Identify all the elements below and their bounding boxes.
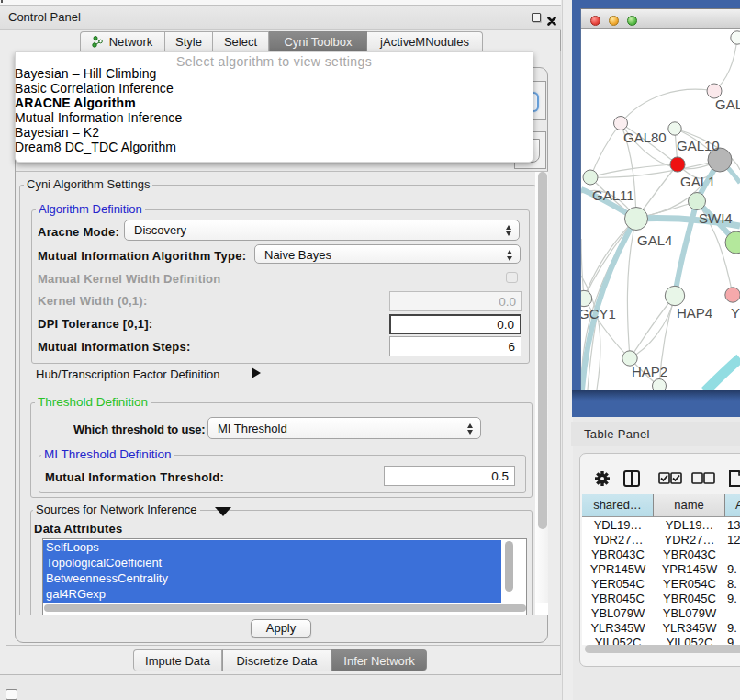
svg-text:GAL: GAL (715, 96, 740, 112)
svg-text:GAL10: GAL10 (677, 138, 720, 153)
svg-text:GAL4: GAL4 (637, 232, 672, 248)
svg-text:SWI4: SWI4 (699, 210, 733, 226)
svg-text:Y: Y (731, 305, 740, 321)
svg-text:HAP2: HAP2 (632, 364, 667, 379)
svg-text:HAP4: HAP4 (677, 305, 712, 321)
svg-text:GAL80: GAL80 (623, 130, 667, 145)
svg-text:GCY1: GCY1 (581, 306, 616, 322)
svg-text:GAL1: GAL1 (680, 174, 715, 189)
svg-text:GAL11: GAL11 (592, 187, 634, 203)
